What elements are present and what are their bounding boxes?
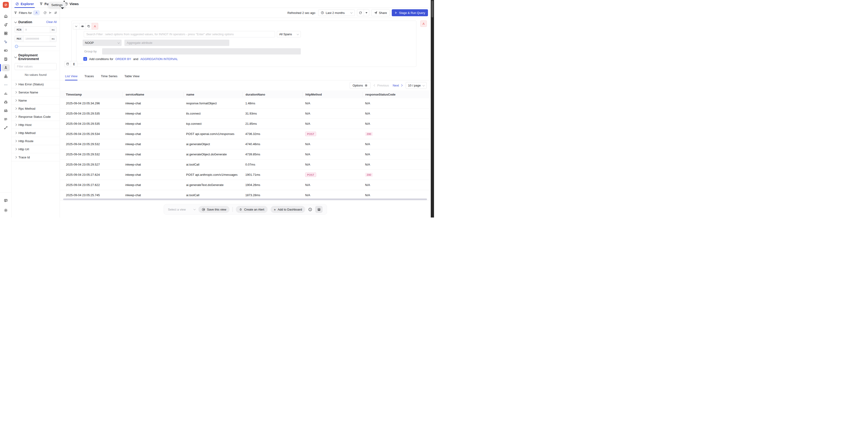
copy-query-button[interactable]: [85, 23, 92, 29]
refresh-options-caret[interactable]: [364, 9, 369, 16]
cell-httpMethod: N/A: [302, 193, 362, 197]
query-a-badge[interactable]: A: [92, 23, 98, 29]
facet-name[interactable]: Name: [11, 96, 60, 105]
signoz-logo-icon[interactable]: [3, 2, 9, 8]
timestamp-value: 2025-09-04 23:05:27.622: [66, 183, 100, 187]
facet-rpc-method[interactable]: Rpc Method: [11, 105, 60, 113]
collapse-query-button[interactable]: [73, 23, 80, 29]
sidebar-item-metrics[interactable]: [2, 90, 10, 97]
deployment-filter-input[interactable]: [14, 63, 57, 70]
add-formula-button[interactable]: Σ: [71, 61, 77, 67]
table-row[interactable]: 2025-09-04 23:05:29.534inkeep-chatPOST a…: [60, 129, 431, 139]
slider-handle[interactable]: [15, 45, 18, 48]
refresh-button[interactable]: [357, 9, 364, 16]
play-icon: [395, 11, 397, 14]
order-by-link[interactable]: ORDER BY: [115, 57, 131, 61]
minimize-tray-button[interactable]: [315, 206, 322, 213]
toggle-visibility-button[interactable]: [79, 23, 86, 29]
col-serviceName[interactable]: serviceName: [123, 92, 183, 97]
facet-trace-id[interactable]: Trace Id: [11, 153, 60, 161]
facet-http-url[interactable]: Http Url: [11, 145, 60, 153]
tab-time-series[interactable]: Time Series: [101, 72, 118, 80]
group-by-field: [102, 48, 301, 55]
add-to-dashboard-button[interactable]: + Add to Dashboard: [271, 206, 305, 213]
tab-table-view[interactable]: Table View: [124, 72, 140, 80]
sidebar-item-services[interactable]: [2, 47, 10, 54]
time-range-select[interactable]: Last 2 months: [318, 9, 355, 16]
horizontal-scrollbar[interactable]: [63, 199, 427, 200]
page-scrollbar[interactable]: [431, 0, 434, 218]
span-scope-select[interactable]: All Spans: [277, 31, 301, 37]
facet-http-method[interactable]: Http Method: [11, 129, 60, 137]
slider-track[interactable]: [15, 46, 56, 47]
sidebar-item-alerts[interactable]: [2, 21, 10, 28]
sync-icon[interactable]: [43, 11, 46, 14]
cell-name: POST api.openai.com/v1/responses: [183, 132, 243, 136]
col-name[interactable]: name: [183, 92, 243, 97]
table-row[interactable]: 2025-09-04 23:05:29.535inkeep-chattcp.co…: [60, 119, 431, 129]
table-row[interactable]: 2025-09-04 23:05:29.535inkeep-chattls.co…: [60, 108, 431, 119]
table-row[interactable]: 2025-09-04 23:05:29.532inkeep-chatai.gen…: [60, 149, 431, 160]
sidebar-item-infrastructure[interactable]: [2, 73, 10, 80]
col-httpMethod[interactable]: httpMethod: [302, 92, 362, 97]
sidebar-item-dashboards[interactable]: [2, 30, 10, 37]
facet-http-host[interactable]: Http Host: [11, 121, 60, 129]
table-row[interactable]: 2025-09-04 23:05:27.624inkeep-chatPOST a…: [60, 170, 431, 180]
sidebar-item-service-map[interactable]: [2, 107, 10, 114]
col-durationNano[interactable]: durationNano: [243, 92, 302, 97]
info-icon[interactable]: [308, 207, 312, 211]
sliders-icon[interactable]: [54, 11, 57, 14]
search-filter-input[interactable]: [84, 31, 275, 37]
table-row[interactable]: 2025-09-04 23:05:29.527inkeep-chatai.too…: [60, 160, 431, 170]
tab-list-view[interactable]: List View: [65, 72, 78, 80]
tab-explorer-label: Explorer: [21, 2, 34, 6]
table-row[interactable]: 2025-09-04 23:05:34.296inkeep-chatrespon…: [60, 98, 431, 108]
save-view-button[interactable]: Save this view: [198, 206, 229, 213]
add-query-button[interactable]: [64, 61, 71, 67]
sidebar-item-support-chat[interactable]: [2, 197, 10, 204]
table-row[interactable]: 2025-09-04 23:05:29.532inkeep-chatai.gen…: [60, 139, 431, 149]
serviceName-value: inkeep-chat: [125, 193, 141, 197]
sidebar-item-billing[interactable]: [2, 116, 10, 123]
options-button[interactable]: Options: [350, 82, 370, 89]
facet-response-status-code[interactable]: Response Status Code: [11, 113, 60, 121]
plus-icon[interactable]: +: [83, 57, 87, 61]
tab-explorer[interactable]: Explorer: [14, 0, 35, 8]
chevron-down-icon[interactable]: [14, 21, 17, 23]
durationNano-value: 0.07ms: [245, 163, 255, 166]
sidebar-item-more[interactable]: [2, 81, 10, 88]
aggregate-operator-select[interactable]: NOOP: [83, 40, 122, 46]
duration-max-input[interactable]: [24, 36, 50, 42]
tab-traces[interactable]: Traces: [85, 72, 94, 80]
facet-http-route[interactable]: Http Route: [11, 137, 60, 145]
col-responseStatusCode[interactable]: responseStatusCode: [362, 92, 431, 97]
query-a-badge-filters[interactable]: A: [33, 10, 39, 15]
chevron-down-icon[interactable]: [14, 56, 17, 58]
sidebar-item-messaging-queues[interactable]: [2, 124, 10, 131]
sidebar-item-exceptions[interactable]: [2, 99, 10, 105]
table-row[interactable]: 2025-09-04 23:05:27.622inkeep-chatai.gen…: [60, 180, 431, 190]
sidebar-item-settings[interactable]: [2, 207, 10, 214]
sidebar-item-get-started[interactable]: [2, 38, 10, 45]
scrollbar-thumb[interactable]: [431, 1, 433, 18]
query-a-badge-panel[interactable]: A: [420, 21, 427, 27]
collapse-left-icon[interactable]: [49, 11, 52, 14]
create-alert-button[interactable]: Create an Alert: [236, 206, 268, 213]
sidebar-item-home[interactable]: [2, 13, 10, 20]
sidebar-item-logs[interactable]: [2, 56, 10, 63]
duration-min-input[interactable]: [24, 27, 50, 33]
col-timestamp[interactable]: Timestamp: [63, 92, 123, 97]
previous-page-button[interactable]: Previous: [374, 84, 389, 87]
facet-has-error-status[interactable]: Has Error (Status): [11, 80, 60, 88]
clear-all-link[interactable]: Clear All: [46, 21, 57, 24]
facet-service-name[interactable]: Service Name: [11, 88, 60, 96]
sidebar-item-traces[interactable]: [2, 64, 10, 71]
next-page-button[interactable]: Next: [393, 84, 402, 87]
filters-toolbar: [43, 11, 57, 14]
select-view-dropdown[interactable]: Select a view: [168, 208, 195, 211]
stage-run-query-button[interactable]: Stage & Run Query: [392, 9, 428, 16]
share-button[interactable]: Share: [371, 9, 390, 16]
aggregation-interval-link[interactable]: AGGREGATION INTERVAL: [141, 57, 178, 61]
save-view-label: Save this view: [207, 208, 226, 211]
page-size-select[interactable]: 10 / page: [406, 82, 427, 89]
